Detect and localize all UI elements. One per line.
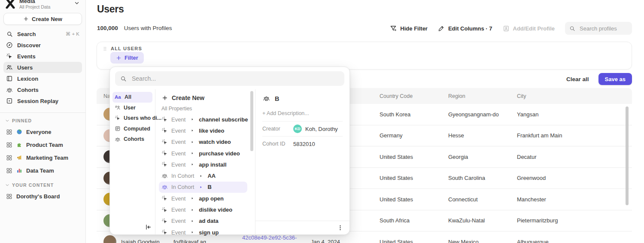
property-option-dislike-video[interactable]: Event dislike video <box>159 204 247 215</box>
user-region: Gyeongsangnam-do <box>448 111 517 118</box>
sidebar-section-header[interactable]: PINNED <box>3 116 82 125</box>
sidebar-board-product-team[interactable]: Product Team <box>3 138 82 151</box>
user-city: Decatur <box>517 154 632 160</box>
board-grid-icon <box>6 167 12 174</box>
user-country: Germany <box>380 132 448 139</box>
create-new-button[interactable]: Create New <box>3 13 82 25</box>
property-option-sign-up[interactable]: Event sign up <box>159 227 247 238</box>
property-option-ad-data[interactable]: Event ad data <box>159 216 247 227</box>
board-grid-icon <box>6 129 12 135</box>
clear-all-button[interactable]: Clear all <box>564 74 592 84</box>
sidebar-divider <box>0 112 85 113</box>
sidebar-item-session-replay[interactable]: Session Replay <box>3 95 82 106</box>
column-header-region[interactable]: Region <box>448 93 517 99</box>
user-region: Georgia <box>448 154 517 160</box>
user-country: United States <box>380 175 448 181</box>
property-option-purchase-video[interactable]: Event purchase video <box>159 148 247 159</box>
column-header-country-code[interactable]: Country Code <box>380 93 448 99</box>
event-icon <box>161 127 168 134</box>
sidebar-item-lexicon[interactable]: Lexicon <box>3 73 82 84</box>
add-description-button[interactable]: + Add Description... <box>262 109 343 121</box>
edit-columns-label: Edit Columns · 7 <box>448 25 492 32</box>
search-icon <box>569 25 575 32</box>
sidebar-item-label: Search <box>17 31 36 37</box>
sidebar-board-everyone[interactable]: Everyone <box>3 125 82 138</box>
sidebar-item-users[interactable]: Users <box>3 62 82 73</box>
property-category-cohorts[interactable]: Cohorts <box>112 134 152 145</box>
plus-icon <box>116 55 122 61</box>
property-option-aa[interactable]: In Cohort AA <box>159 170 247 181</box>
hide-filter-button[interactable]: Hide Filter <box>390 25 428 32</box>
save-as-button[interactable]: Save as <box>598 73 632 85</box>
property-category-users-who-di-[interactable]: Users who di... <box>112 113 152 124</box>
pencil-icon <box>438 25 445 32</box>
board-grid-icon <box>6 193 12 200</box>
sidebar-item-label: Session Replay <box>17 98 58 104</box>
user-country: United States <box>380 154 448 160</box>
edit-columns-button[interactable]: Edit Columns · 7 <box>438 25 492 32</box>
board-label: Product Team <box>26 142 63 148</box>
user-email: fo@ikavaf.ag <box>173 239 242 243</box>
search-profiles-box[interactable] <box>565 22 632 35</box>
drag-handle-icon[interactable] <box>103 46 107 51</box>
cohorts-icon <box>6 86 13 94</box>
property-prefix: Event <box>171 195 185 202</box>
sidebar-item-discover[interactable]: Discover <box>3 39 82 51</box>
property-option-app-install[interactable]: Event app install <box>159 159 247 170</box>
property-category-user[interactable]: User <box>112 103 152 113</box>
dropdown-scrollbar[interactable] <box>250 91 253 151</box>
property-category-all[interactable]: Aa All <box>112 92 152 103</box>
category-label: User <box>124 105 136 111</box>
caret-right-icon <box>189 152 195 155</box>
user-country: South Korea <box>380 111 448 118</box>
search-profiles-input[interactable] <box>579 25 628 32</box>
project-switcher[interactable]: Media All Project Data <box>5 0 50 9</box>
sidebar-board-marketing-team[interactable]: Marketing Team <box>3 151 82 164</box>
property-category-computed[interactable]: Computed <box>112 124 152 134</box>
sidebar-item-cohorts[interactable]: Cohorts <box>3 84 82 95</box>
property-name: channel subscribe <box>199 116 248 123</box>
sidebar-board-data-team[interactable]: Data Team <box>3 164 82 177</box>
add-edit-profile-button[interactable]: Add/Edit Profile <box>503 25 555 32</box>
dropdown-search-input[interactable] <box>131 75 339 82</box>
users-page: Media All Project Data Create New Search… <box>0 0 644 243</box>
property-option-watch-video[interactable]: Event watch video <box>159 137 247 148</box>
sidebar: Media All Project Data Create New Search… <box>0 0 86 243</box>
board-label: Everyone <box>26 129 52 135</box>
toolbar: Hide Filter Edit Columns · 7 Add/Edit Pr… <box>390 22 632 35</box>
dropdown-create-new-button[interactable]: Create New <box>159 92 247 103</box>
category-label: All <box>125 94 131 100</box>
cohorts-icon <box>115 136 121 143</box>
sidebar-board-dorothy-s-board[interactable]: Dorothy's Board <box>3 190 82 203</box>
sidebar-sections: PINNED Everyone Product Team Marketing T… <box>3 116 82 206</box>
property-option-channel-subscribe[interactable]: Event channel subscribe <box>159 114 247 125</box>
column-header-city[interactable]: City <box>517 93 632 99</box>
more-options-icon[interactable] <box>337 225 343 231</box>
filter-group-label: ALL USERS <box>111 46 142 51</box>
property-option-like-video[interactable]: Event like video <box>159 125 247 136</box>
sidebar-item-search[interactable]: Search ⌘ + K <box>3 28 82 39</box>
add-filter-button[interactable]: Filter <box>110 52 144 64</box>
dropdown-create-new-label: Create New <box>172 94 204 101</box>
project-name: Media <box>19 0 50 4</box>
user-distinct-id[interactable]: 42c08e49-2e92-5c36-9a73-a84eb8684fa3 <box>242 234 311 243</box>
hide-filter-label: Hide Filter <box>400 25 428 32</box>
sidebar-item-label: Users <box>17 64 33 71</box>
event-icon <box>161 150 168 157</box>
sidebar-item-events[interactable]: Events <box>3 51 82 62</box>
dropdown-search-box[interactable] <box>115 71 344 86</box>
sidebar-item-label: Lexicon <box>17 76 38 82</box>
chevron-down-icon[interactable] <box>74 0 79 6</box>
table-scrollbar[interactable] <box>626 106 629 205</box>
add-edit-profile-label: Add/Edit Profile <box>513 25 555 32</box>
cohort-preview-title-row: B <box>262 95 343 102</box>
event-icon <box>161 195 168 202</box>
user-count-label: Users with Profiles <box>124 25 172 31</box>
collapse-panel-icon[interactable] <box>144 224 152 231</box>
board-grid-icon <box>6 142 12 148</box>
property-option-app-open[interactable]: Event app open <box>159 193 247 204</box>
property-name: AA <box>207 173 216 179</box>
property-option-b[interactable]: In Cohort B <box>159 182 247 193</box>
sidebar-section-header[interactable]: YOUR CONTENT <box>3 180 82 190</box>
chevron-down-icon <box>5 182 9 188</box>
